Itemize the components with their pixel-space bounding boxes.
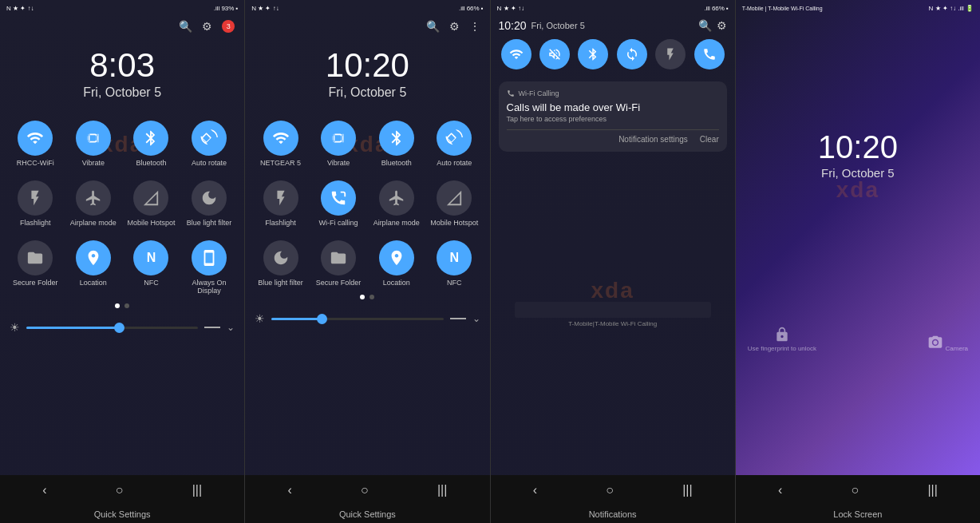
qs-item-rhccwifi[interactable]: RHCC-WiFi	[8, 116, 63, 172]
qs-item-nfc-1[interactable]: N NFC	[124, 236, 179, 301]
qs-icon-aod-1	[192, 240, 227, 275]
qs-label-autorotate-2: Auto rotate	[437, 159, 472, 168]
settings-icon-3[interactable]: ⚙	[717, 19, 727, 32]
qs-item-bluelight-1[interactable]: Blue light filter	[182, 176, 237, 232]
brightness-fill-1	[26, 327, 121, 329]
qs-item-bluetooth-1[interactable]: Bluetooth	[124, 116, 179, 172]
settings-icon-1[interactable]: ⚙	[202, 20, 212, 33]
home-icon-1[interactable]: ○	[116, 483, 124, 497]
qs-item-bluetooth-2[interactable]: Bluetooth	[369, 116, 424, 172]
brightness-slider-2[interactable]	[271, 318, 443, 320]
qs-label-securefolder-1: Secure Folder	[13, 279, 58, 287]
qs-wifi-3[interactable]	[501, 39, 531, 69]
qs-icon-autorotate-1	[192, 121, 227, 156]
recents-icon-3[interactable]: |||	[682, 483, 692, 497]
search-icon-2[interactable]: 🔍	[426, 20, 440, 33]
qs-toolbar-1: 🔍 ⚙ 3	[0, 16, 244, 37]
screen3-header: 10:20 Fri, October 5 🔍 ⚙	[491, 16, 735, 35]
status-right-4: N ★ ✦ ↑↓ .ill 🔋	[929, 5, 974, 12]
page-dots-2	[245, 291, 489, 303]
qs-item-flashlight-1[interactable]: Flashlight	[8, 176, 63, 232]
status-bar-2: N ★ ✦ ↑↓ .ill 66% ▪	[245, 0, 489, 16]
home-icon-3[interactable]: ○	[606, 483, 614, 497]
qs-bluetooth-3[interactable]	[578, 39, 608, 69]
caption-1: Quick Settings	[0, 505, 245, 523]
qs-item-vibrate-2[interactable]: Vibrate	[311, 116, 366, 172]
lock-time-area: 10:20 Fri, October 5	[736, 131, 980, 204]
recents-icon-2[interactable]: |||	[437, 483, 447, 497]
fingerprint-label: Use fingerprint to unlock	[748, 345, 816, 352]
qs-item-securefolder-1[interactable]: Secure Folder	[8, 236, 63, 301]
back-icon-4[interactable]: ‹	[778, 483, 782, 497]
qs-item-hotspot-2[interactable]: Mobile Hotspot	[427, 176, 482, 232]
notif-main-text: Calls will be made over Wi-Fi	[507, 101, 719, 113]
more-icon-2[interactable]: ⋮	[469, 20, 480, 33]
qs-label-location-2: Location	[383, 279, 410, 287]
camera-label: Camera	[946, 345, 968, 352]
screen4: T-Mobile | T-Mobile Wi-Fi Calling N ★ ✦ …	[736, 0, 980, 505]
nav-bar-4: ‹ ○ |||	[736, 475, 980, 505]
status-bar-3: N ★ ✦ ↑↓ .ill 66% ▪	[491, 0, 735, 16]
page-dots-1	[0, 300, 244, 311]
home-icon-2[interactable]: ○	[361, 483, 369, 497]
camera-area[interactable]: Camera	[927, 335, 968, 352]
search-icon-1[interactable]: 🔍	[179, 20, 192, 33]
notification-badge-1[interactable]: 3	[222, 20, 235, 33]
notification-card-3[interactable]: Wi-Fi Calling Calls will be made over Wi…	[499, 81, 727, 152]
qs-item-vibrate-1[interactable]: Vibrate	[66, 116, 121, 172]
screen1-wrapper: N ★ ✦ ↑↓ .ill 93% ▪ 🔍 ⚙ 3 8:03 Fri, Octo…	[0, 0, 245, 505]
fingerprint-area[interactable]: Use fingerprint to unlock	[748, 327, 816, 352]
brightness-expand-1[interactable]: ⌄	[227, 322, 235, 333]
qs-label-bluetooth-2: Bluetooth	[381, 159, 412, 168]
qs-item-netgear5[interactable]: NETGEAR 5	[253, 116, 308, 172]
qs-icon-bluelight-1	[192, 180, 227, 216]
recents-icon-4[interactable]: |||	[927, 483, 937, 497]
qs-icon-bluetooth-2	[379, 121, 414, 156]
back-icon-1[interactable]: ‹	[42, 483, 46, 497]
home-icon-4[interactable]: ○	[851, 483, 859, 497]
battery-icon-3: ▪	[726, 5, 729, 12]
caption-row: Quick Settings Quick Settings Notificati…	[0, 505, 980, 523]
qs-wificall-3[interactable]	[694, 39, 725, 69]
qs-item-securefolder-2[interactable]: Secure Folder	[311, 236, 366, 292]
brightness-slider-1[interactable]	[26, 327, 198, 329]
recents-icon-1[interactable]: |||	[192, 483, 202, 497]
signal-2: .ill	[459, 5, 465, 12]
signal-icon-1: .ill	[214, 5, 220, 12]
battery-icon-2: ▪	[481, 5, 484, 12]
qs-item-hotspot-1[interactable]: Mobile Hotspot	[124, 176, 179, 232]
brightness-expand-2[interactable]: ⌄	[472, 313, 480, 324]
qs-item-wificalling-2[interactable]: Wi-Fi calling	[311, 176, 366, 232]
search-icon-3[interactable]: 🔍	[698, 19, 712, 32]
qs-item-flashlight-2[interactable]: Flashlight	[253, 176, 308, 232]
qs-item-airplane-2[interactable]: Airplane mode	[369, 176, 424, 232]
qs-item-airplane-1[interactable]: Airplane mode	[66, 176, 121, 232]
qs-icon-wificalling-2	[321, 180, 356, 216]
qs-item-autorotate-1[interactable]: Auto rotate	[182, 116, 237, 172]
screen4-wrapper: T-Mobile | T-Mobile Wi-Fi Calling N ★ ✦ …	[736, 0, 980, 505]
notif-settings-btn[interactable]: Notification settings	[618, 135, 688, 144]
qs-mute-3[interactable]	[539, 39, 570, 69]
qs-label-securefolder-2: Secure Folder	[316, 279, 362, 287]
qs-item-bluelight-2[interactable]: Blue light filter	[253, 236, 308, 292]
qs-label-bluelight-1: Blue light filter	[187, 219, 232, 228]
notif-clear-btn[interactable]: Clear	[700, 135, 719, 144]
settings-icon-2[interactable]: ⚙	[449, 20, 460, 33]
qs-item-location-2[interactable]: Location	[369, 236, 424, 292]
qs-item-autorotate-2[interactable]: Auto rotate	[427, 116, 482, 172]
status-right-2: .ill 66% ▪	[459, 5, 483, 12]
qs-item-nfc-2[interactable]: N NFC	[427, 236, 482, 292]
qs-item-aod-1[interactable]: Always On Display	[182, 236, 237, 301]
wifi-calling-icon-3	[507, 89, 515, 97]
dot-inactive-1	[124, 303, 129, 308]
qs-item-location-1[interactable]: Location	[66, 236, 121, 301]
qs-flashlight-3[interactable]	[655, 39, 686, 69]
back-icon-3[interactable]: ‹	[533, 483, 537, 497]
qs-icon-wifi-2	[263, 121, 298, 156]
qs-label-airplane-2: Airplane mode	[373, 219, 420, 228]
back-icon-2[interactable]: ‹	[287, 483, 291, 497]
battery-pct-2: 66%	[467, 5, 480, 12]
brightness-thumb-1	[114, 323, 124, 333]
qs-sync-3[interactable]	[617, 39, 647, 69]
notif-sub-text: Tap here to access preferences	[507, 115, 719, 123]
